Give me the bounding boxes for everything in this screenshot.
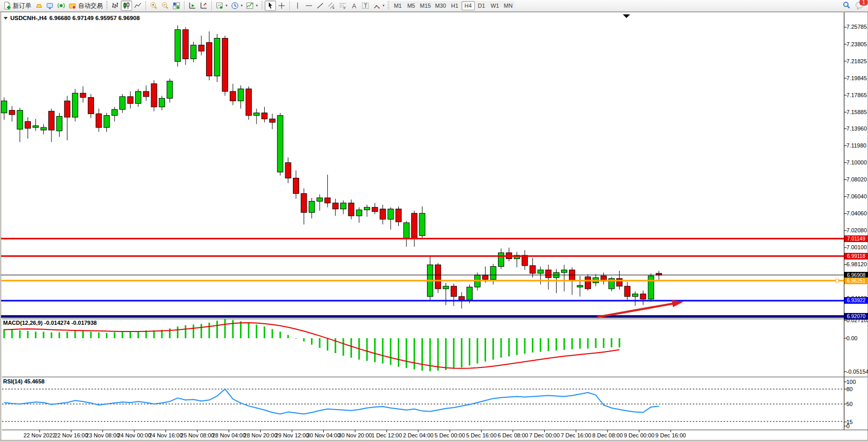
macd-histogram-bar <box>27 331 29 338</box>
macd-histogram-bar <box>501 338 502 358</box>
chart-canvas[interactable] <box>0 0 868 442</box>
candle-body <box>546 270 551 278</box>
timeframe-d1-button[interactable]: D1 <box>475 1 488 10</box>
timeframe-m5-button[interactable]: M5 <box>404 1 418 10</box>
annotation-arrow[interactable] <box>597 303 674 317</box>
chevron-down-icon: ▾ <box>383 4 385 8</box>
chevron-down-icon: ▾ <box>241 4 243 8</box>
text-button[interactable]: A <box>348 1 360 11</box>
chart-shift-button[interactable] <box>187 1 198 11</box>
macd-histogram-bar <box>611 338 612 347</box>
fibonacci-button[interactable]: F <box>337 1 348 11</box>
candle-body <box>214 38 220 76</box>
line-drag-handle[interactable] <box>836 279 839 282</box>
macd-histogram-bar <box>319 338 321 348</box>
text-label-icon: T <box>361 2 370 10</box>
svg-text:F: F <box>343 7 345 10</box>
macd-histogram-bar <box>216 321 218 338</box>
candle-body <box>585 277 590 289</box>
indicators-icon <box>246 2 254 10</box>
crosshair-button[interactable] <box>276 1 287 11</box>
candle-body <box>246 89 251 116</box>
zoom-out-button[interactable] <box>159 1 171 11</box>
horizontal-line-icon <box>305 2 313 10</box>
macd-histogram-bar <box>106 333 107 338</box>
terminal-button[interactable] <box>44 1 56 11</box>
macd-histogram-bar <box>414 338 415 370</box>
text-label-button[interactable]: T <box>360 1 371 11</box>
macd-histogram-bar <box>311 338 312 345</box>
macd-histogram-bar <box>66 332 68 338</box>
autotrading-button[interactable]: 自动交易 <box>67 1 104 11</box>
crosshair-icon <box>278 2 286 10</box>
periods-button[interactable]: ▾ <box>229 1 245 11</box>
macd-histogram-bar <box>350 338 352 358</box>
macd-histogram-bar <box>114 333 115 338</box>
candle-body <box>317 198 323 201</box>
macd-histogram-bar <box>90 332 91 338</box>
candle-body <box>617 279 622 286</box>
macd-histogram-bar <box>248 323 249 338</box>
candlestick-chart-button[interactable] <box>121 1 132 11</box>
line-chart-button[interactable] <box>132 1 143 11</box>
equidistant-channel-button[interactable]: E <box>326 1 337 11</box>
candle-body <box>88 98 94 114</box>
candle-body <box>396 209 401 222</box>
macd-histogram-bar <box>508 338 510 356</box>
timeframe-h1-button[interactable]: H1 <box>448 1 461 10</box>
gold-nugget-button[interactable] <box>33 1 44 11</box>
zoom-in-button[interactable] <box>148 1 159 11</box>
candle-body <box>2 101 7 113</box>
trendline-button[interactable] <box>315 1 326 11</box>
timeframe-m15-button[interactable]: M15 <box>418 1 433 10</box>
chevron-down-icon: ▾ <box>256 4 258 8</box>
candle-body <box>388 209 394 219</box>
indicators-button[interactable]: ▾ <box>244 1 260 11</box>
candle-body <box>198 45 204 51</box>
macd-histogram-bar <box>303 338 305 341</box>
timeframe-m1-button[interactable]: M1 <box>391 1 404 10</box>
new-chart-button[interactable]: ▾ <box>214 1 229 11</box>
macd-histogram-bar <box>240 321 242 338</box>
timeframe-m30-button[interactable]: M30 <box>433 1 448 10</box>
candle-body <box>561 270 567 272</box>
chart-shift-marker[interactable] <box>623 14 630 18</box>
candle-body <box>467 287 472 300</box>
candle-body <box>333 203 338 209</box>
macd-histogram-bar <box>524 338 526 354</box>
candle-body <box>301 194 307 213</box>
candle-body <box>96 114 102 127</box>
notifications-button[interactable]: 1 <box>855 1 865 10</box>
macd-histogram-bar <box>374 338 376 362</box>
macd-histogram-bar <box>548 338 549 351</box>
timeframe-h4-button[interactable]: H4 <box>461 1 475 10</box>
auto-scroll-button[interactable] <box>198 1 209 11</box>
bar-chart-button[interactable] <box>109 1 121 11</box>
timeframe-w1-button[interactable]: W1 <box>488 1 502 10</box>
cursor-button[interactable] <box>265 1 276 11</box>
search-icon[interactable] <box>842 1 851 10</box>
broadcast-button[interactable] <box>56 1 67 11</box>
macd-histogram-bar <box>461 338 463 367</box>
macd-histogram-bar <box>232 320 234 338</box>
candle-body <box>64 101 70 117</box>
tile-windows-button[interactable] <box>171 1 182 11</box>
macd-histogram-bar <box>382 338 383 363</box>
new-order-button[interactable]: 新订单 <box>2 1 33 11</box>
vertical-line-button[interactable] <box>292 1 303 11</box>
macd-histogram-bar <box>469 338 470 365</box>
broadcast-icon <box>57 2 65 10</box>
macd-histogram-bar <box>177 326 178 338</box>
candle-body <box>498 253 504 267</box>
candle-body <box>490 266 496 279</box>
macd-histogram-bar <box>343 338 344 356</box>
tile-windows-icon <box>172 2 180 10</box>
candle-body <box>285 162 291 178</box>
arrows-button[interactable]: ▾ <box>371 1 386 11</box>
autotrading-icon <box>68 2 77 10</box>
macd-histogram-bar <box>390 338 392 365</box>
candle-body <box>151 84 157 107</box>
timeframe-mn-button[interactable]: MN <box>502 1 515 10</box>
horizontal-line-button[interactable] <box>303 1 315 11</box>
macd-histogram-bar <box>137 331 139 338</box>
